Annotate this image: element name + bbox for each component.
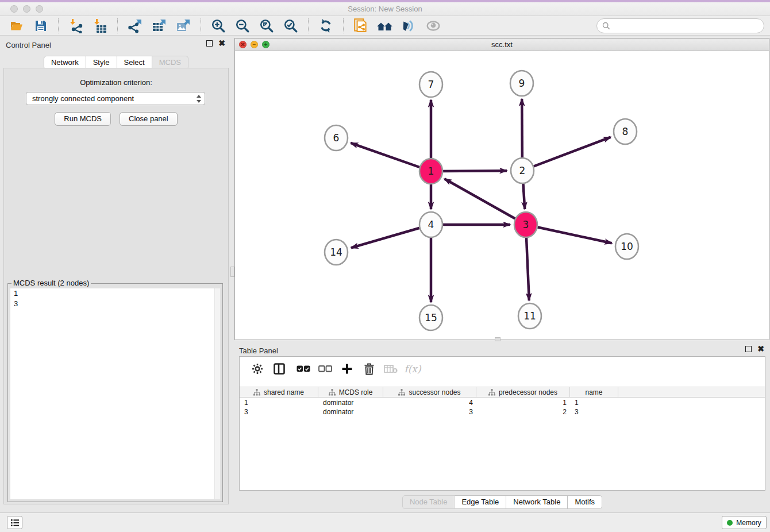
deselect-all-columns-icon[interactable] bbox=[317, 361, 334, 377]
svg-text:4: 4 bbox=[428, 219, 434, 230]
svg-text:14: 14 bbox=[330, 246, 342, 258]
save-session-button[interactable] bbox=[32, 17, 50, 34]
ndex-import-button[interactable] bbox=[352, 17, 370, 34]
refresh-button[interactable] bbox=[317, 17, 335, 34]
graph-edge-3-1[interactable] bbox=[445, 179, 526, 225]
graph-node-3[interactable]: 3 bbox=[514, 212, 537, 237]
close-panel-button[interactable]: Close panel bbox=[120, 112, 178, 126]
mcds-panel: Optimization criterion: strongly connect… bbox=[3, 68, 229, 504]
graph-node-11[interactable]: 11 bbox=[518, 303, 541, 329]
column-header-shared-name[interactable]: shared name bbox=[240, 387, 318, 397]
create-column-icon[interactable] bbox=[338, 361, 356, 377]
svg-text:2: 2 bbox=[519, 165, 526, 176]
search-field[interactable] bbox=[596, 18, 764, 33]
import-table-button[interactable] bbox=[91, 17, 109, 34]
cell-mcds-role[interactable]: dominator bbox=[318, 398, 383, 407]
column-header-predecessor-nodes[interactable]: predecessor nodes bbox=[476, 387, 570, 397]
cell-shared-name[interactable]: 3 bbox=[240, 407, 318, 417]
cell-shared-name[interactable]: 1 bbox=[240, 398, 318, 407]
cell-mcds-role[interactable]: dominator bbox=[318, 407, 383, 417]
delete-column-trash-icon[interactable] bbox=[360, 361, 378, 377]
tab-motifs[interactable]: Motifs bbox=[568, 495, 602, 509]
table-row[interactable]: 1 dominator 4 1 1 bbox=[240, 398, 765, 407]
criterion-select[interactable]: strongly connected component bbox=[26, 92, 205, 105]
close-window-button[interactable] bbox=[10, 5, 18, 13]
table-row[interactable]: 3 dominator 3 2 3 bbox=[240, 407, 765, 417]
tab-node-table[interactable]: Node Table bbox=[402, 495, 455, 509]
ndex-browse-button[interactable] bbox=[376, 17, 394, 34]
cell-name[interactable]: 3 bbox=[570, 407, 618, 417]
svg-text:7: 7 bbox=[428, 79, 434, 90]
export-image-button[interactable] bbox=[174, 17, 192, 34]
table-panel: Table Panel ✖ bbox=[234, 341, 770, 511]
graph-node-8[interactable]: 8 bbox=[614, 119, 637, 144]
import-network-button[interactable] bbox=[67, 17, 85, 34]
graph-node-6[interactable]: 6 bbox=[325, 125, 348, 151]
graph-node-2[interactable]: 2 bbox=[511, 158, 534, 183]
apply-style-button[interactable] bbox=[400, 17, 418, 34]
graph-edge-2-8[interactable] bbox=[522, 137, 611, 171]
float-panel-icon[interactable] bbox=[206, 40, 213, 47]
graph-edge-4-14[interactable] bbox=[351, 225, 431, 248]
float-table-panel-icon[interactable] bbox=[745, 346, 752, 352]
network-graph: 7968124314101511 bbox=[235, 51, 769, 340]
zoom-selected-button[interactable] bbox=[282, 17, 300, 34]
graph-edge-1-6[interactable] bbox=[351, 143, 431, 171]
svg-text:1: 1 bbox=[428, 165, 434, 177]
table-settings-gear-icon[interactable] bbox=[249, 361, 266, 377]
zoom-in-button[interactable] bbox=[209, 17, 228, 34]
close-panel-icon[interactable]: ✖ bbox=[218, 40, 225, 47]
show-column-panel-icon[interactable] bbox=[271, 361, 288, 377]
graph-node-7[interactable]: 7 bbox=[419, 72, 442, 97]
vertical-splitter-grip[interactable] bbox=[230, 267, 234, 277]
cell-predecessor-nodes[interactable]: 2 bbox=[476, 407, 570, 417]
table-header-row: shared name MCDS role successor nodes pr… bbox=[240, 387, 765, 398]
minimize-window-button[interactable] bbox=[23, 5, 30, 13]
show-graphics-details-button[interactable] bbox=[424, 17, 442, 34]
toolbar-separator bbox=[308, 18, 309, 33]
control-panel-title: Control Panel bbox=[6, 41, 51, 49]
task-history-button[interactable] bbox=[7, 516, 22, 529]
column-header-name[interactable]: name bbox=[570, 387, 618, 397]
search-input[interactable] bbox=[613, 22, 764, 30]
open-session-button[interactable] bbox=[7, 17, 26, 34]
graph-edge-3-10[interactable] bbox=[526, 225, 612, 243]
cell-name[interactable]: 1 bbox=[570, 398, 618, 407]
result-scrollbar[interactable] bbox=[214, 288, 220, 499]
export-table-button[interactable] bbox=[150, 17, 168, 34]
graph-node-10[interactable]: 10 bbox=[615, 234, 638, 259]
select-all-columns-icon[interactable] bbox=[295, 361, 312, 377]
network-canvas[interactable]: 7968124314101511 bbox=[235, 51, 769, 340]
memory-button[interactable]: Memory bbox=[722, 516, 767, 529]
zoom-window-button[interactable] bbox=[36, 5, 43, 13]
cell-successor-nodes[interactable]: 3 bbox=[383, 407, 476, 417]
cell-predecessor-nodes[interactable]: 1 bbox=[476, 398, 570, 407]
run-mcds-button[interactable]: Run MCDS bbox=[55, 112, 111, 126]
export-network-button[interactable] bbox=[126, 17, 144, 34]
tab-network-table[interactable]: Network Table bbox=[506, 495, 568, 509]
svg-text:8: 8 bbox=[622, 126, 629, 137]
svg-text:3: 3 bbox=[523, 219, 529, 230]
table-toolbar: f(x) bbox=[240, 357, 765, 381]
mcds-result-text[interactable]: 1 3 bbox=[10, 288, 220, 499]
column-label: name bbox=[585, 388, 602, 396]
network-window-titlebar[interactable]: ✕ − + scc.txt bbox=[235, 38, 769, 51]
window-titlebar: Session: New Session bbox=[0, 2, 770, 16]
control-panel-header: Control Panel ✖ bbox=[0, 36, 232, 53]
graph-node-15[interactable]: 15 bbox=[419, 305, 442, 330]
cell-successor-nodes[interactable]: 4 bbox=[383, 398, 476, 407]
column-header-successor-nodes[interactable]: successor nodes bbox=[383, 387, 476, 397]
zoom-fit-button[interactable] bbox=[257, 17, 276, 34]
column-header-mcds-role[interactable]: MCDS role bbox=[318, 387, 383, 397]
graph-node-1[interactable]: 1 bbox=[419, 159, 442, 184]
toolbar-separator bbox=[117, 18, 118, 33]
graph-node-9[interactable]: 9 bbox=[510, 71, 533, 96]
toolbar-separator bbox=[201, 18, 201, 33]
tab-edge-table[interactable]: Edge Table bbox=[455, 495, 506, 509]
graph-node-4[interactable]: 4 bbox=[419, 212, 442, 237]
zoom-out-button[interactable] bbox=[233, 17, 252, 34]
graph-node-14[interactable]: 14 bbox=[325, 240, 348, 265]
horizontal-splitter-grip[interactable] bbox=[495, 337, 500, 341]
close-table-panel-icon[interactable]: ✖ bbox=[757, 346, 764, 352]
memory-status-icon bbox=[727, 520, 733, 526]
